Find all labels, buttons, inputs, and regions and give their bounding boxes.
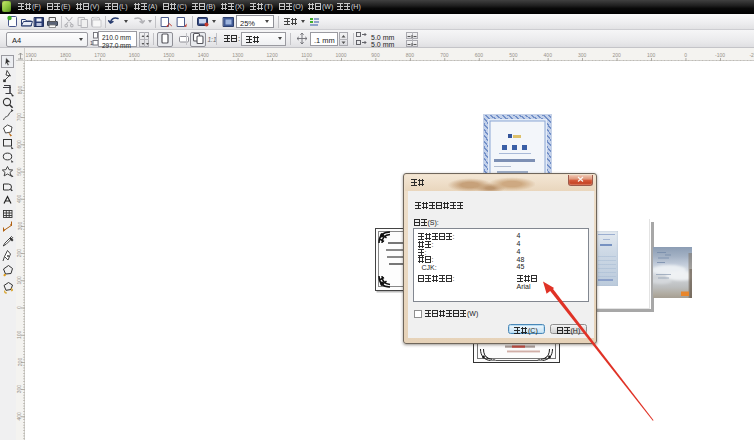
svg-text:300: 300 (17, 385, 23, 394)
svg-text:400: 400 (17, 412, 23, 421)
svg-text:1600: 1600 (129, 52, 140, 58)
svg-text:1: 1 (90, 40, 93, 46)
svg-text:0: 0 (684, 52, 687, 58)
svg-text:1100: 1100 (301, 52, 312, 58)
svg-text:200: 200 (17, 249, 23, 258)
svg-text:400: 400 (544, 52, 553, 58)
svg-text:0: 0 (17, 306, 23, 309)
svg-text:1000: 1000 (335, 52, 346, 58)
svg-text:1300: 1300 (232, 52, 243, 58)
svg-text:100: 100 (647, 52, 656, 58)
svg-text:1200: 1200 (267, 52, 278, 58)
svg-text:700: 700 (440, 52, 449, 58)
svg-text:800: 800 (406, 52, 415, 58)
svg-text:1400: 1400 (198, 52, 209, 58)
svg-text:100: 100 (17, 330, 23, 339)
svg-text:-100: -100 (715, 52, 725, 58)
svg-text:300: 300 (17, 222, 23, 231)
svg-text:1800: 1800 (60, 52, 71, 58)
svg-text:-200: -200 (749, 52, 754, 58)
svg-text:500: 500 (17, 167, 23, 176)
svg-text:900: 900 (371, 52, 380, 58)
svg-text:700: 700 (17, 113, 23, 122)
svg-text:1500: 1500 (163, 52, 174, 58)
svg-text:600: 600 (475, 52, 484, 58)
svg-text:300: 300 (578, 52, 587, 58)
svg-text:200: 200 (17, 358, 23, 367)
svg-text:100: 100 (17, 276, 23, 285)
svg-text:800: 800 (17, 86, 23, 95)
svg-text:400: 400 (17, 194, 23, 203)
svg-text:500: 500 (509, 52, 518, 58)
svg-text:200: 200 (612, 52, 621, 58)
svg-text:600: 600 (17, 140, 23, 149)
svg-text:1900: 1900 (25, 52, 36, 58)
svg-text:1700: 1700 (94, 52, 105, 58)
